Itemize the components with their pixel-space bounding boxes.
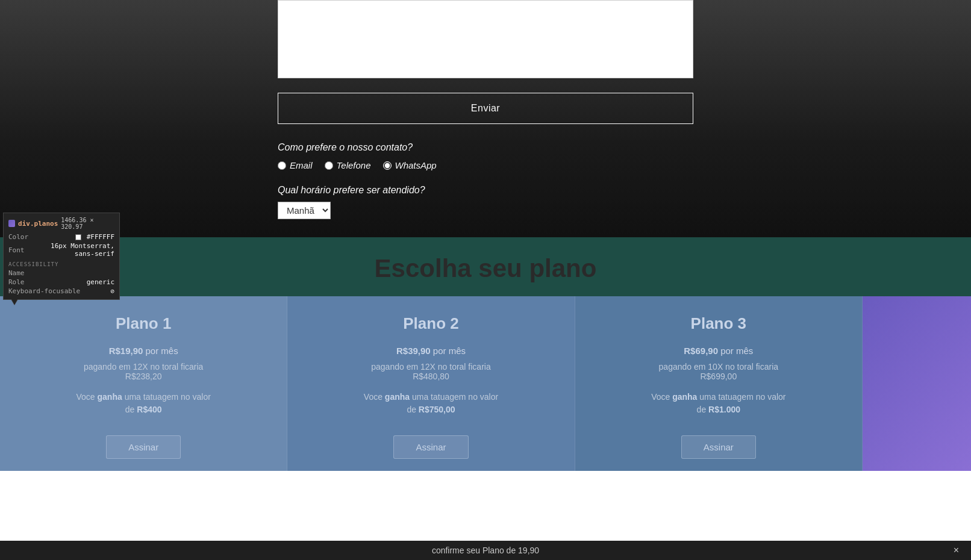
plano-2-price: R$39,90 por mês (396, 344, 466, 358)
textarea-wrapper (278, 0, 693, 81)
devtools-role-label: Role (8, 278, 86, 287)
devtools-tooltip: div.planos 1466.36 × 320.97 Color #FFFFF… (3, 213, 120, 300)
radio-telefone-label: Telefone (337, 160, 371, 170)
devtools-title-row: div.planos 1466.36 × 320.97 (8, 217, 114, 230)
contact-pref-section: Como prefere o nosso contato? Email Tele… (278, 142, 693, 219)
plano-1-name: Plano 1 (116, 314, 171, 333)
radio-item-whatsapp[interactable]: WhatsApp (383, 160, 437, 170)
enviar-label: Enviar (471, 103, 500, 113)
plano-3-installments: pagando em 10X no toral ficariaR$699,00 (659, 362, 778, 381)
devtools-row-name: Name (8, 269, 114, 278)
devtools-name-value (86, 269, 114, 278)
assinar-btn-3[interactable]: Assinar (681, 435, 756, 459)
devtools-name-label: Name (8, 269, 86, 278)
radio-telefone[interactable] (325, 161, 333, 170)
plano-3-name: Plano 3 (691, 314, 746, 333)
devtools-color-value: #FFFFFF (32, 232, 114, 241)
enviar-button[interactable]: Enviar (278, 93, 693, 124)
plano-2-bonus: Voce ganha uma tatuagem no valorde R$750… (364, 391, 498, 416)
assinar-btn-1[interactable]: Assinar (106, 435, 181, 459)
contact-pref-label: Como prefere o nosso contato? (278, 142, 693, 153)
devtools-dims: 1466.36 × 320.97 (61, 217, 114, 230)
plano-card-3: Plano 3 R$69,90 por mês pagando em 10X n… (575, 296, 863, 471)
devtools-table: Color #FFFFFF Font 16px Montserrat, sans… (8, 232, 114, 258)
radio-item-telefone[interactable]: Telefone (325, 160, 371, 170)
devtools-a11y-table: Name Role generic Keyboard-focusable ⊘ (8, 269, 114, 296)
plano-1-price: R$19,90 por mês (109, 344, 178, 358)
radio-email[interactable] (278, 161, 286, 170)
plano-2-installments: pagando em 12X no toral ficariaR$480,80 (371, 362, 490, 381)
devtools-color-icon (8, 220, 15, 227)
devtools-font-value: 16px Montserrat, sans-serif (32, 241, 114, 258)
devtools-role-value: generic (86, 278, 114, 287)
devtools-element-name: div.planos (18, 220, 58, 228)
color-swatch (75, 234, 81, 240)
plano-3-price: R$69,90 por mês (684, 344, 753, 358)
plano-2-name: Plano 2 (403, 314, 458, 333)
devtools-row-role: Role generic (8, 278, 114, 287)
devtools-keyboard-value: ⊘ (86, 287, 114, 296)
devtools-color-label: Color (8, 232, 32, 241)
plano-card-4 (863, 296, 971, 471)
horario-select[interactable]: Manhã Tarde Noite (278, 202, 331, 219)
devtools-keyboard-label: Keyboard-focusable (8, 287, 86, 296)
contact-section: Enviar Como prefere o nosso contato? Ema… (0, 0, 971, 237)
planos-section: Plano 1 R$19,90 por mês pagando em 12X n… (0, 296, 971, 471)
message-textarea[interactable] (278, 0, 693, 78)
plano-1-installments: pagando em 12X no toral ficariaR$238,20 (84, 362, 203, 381)
assinar-btn-2[interactable]: Assinar (393, 435, 468, 459)
contact-radio-group: Email Telefone WhatsApp (278, 160, 693, 170)
devtools-row-keyboard: Keyboard-focusable ⊘ (8, 287, 114, 296)
plano-1-bonus: Voce ganha uma tatuagem no valorde R$400 (76, 391, 210, 416)
devtools-arrow-inner (11, 299, 17, 305)
plano-card-1: Plano 1 R$19,90 por mês pagando em 12X n… (0, 296, 287, 471)
devtools-row-font: Font 16px Montserrat, sans-serif (8, 241, 114, 258)
planos-title-section: Escolha seu plano (0, 237, 971, 296)
horario-label: Qual horário prefere ser atendido? (278, 185, 693, 196)
devtools-row-color: Color #FFFFFF (8, 232, 114, 241)
radio-whatsapp[interactable] (383, 161, 392, 170)
planos-title: Escolha seu plano (0, 254, 971, 283)
radio-item-email[interactable]: Email (278, 160, 313, 170)
radio-whatsapp-label: WhatsApp (395, 160, 437, 170)
plano-3-bonus: Voce ganha uma tatuagem no valorde R$1.0… (651, 391, 785, 416)
devtools-accessibility-header: ACCESSIBILITY (8, 261, 114, 267)
devtools-font-label: Font (8, 241, 32, 258)
radio-email-label: Email (290, 160, 313, 170)
plano-card-2: Plano 2 R$39,90 por mês pagando em 12X n… (287, 296, 575, 471)
